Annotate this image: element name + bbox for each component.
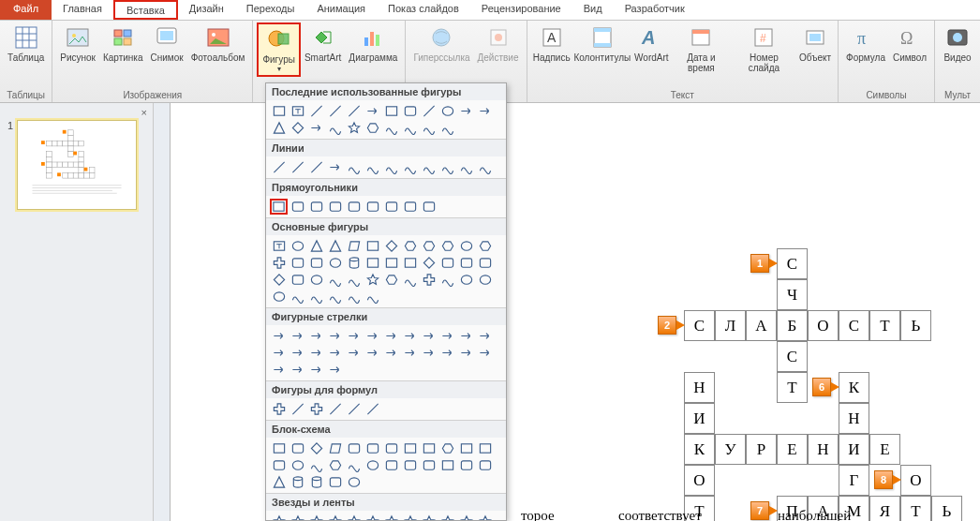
shape-option[interactable] bbox=[289, 401, 306, 417]
shape-option[interactable] bbox=[270, 103, 288, 119]
btn-clipart[interactable]: Картинка bbox=[99, 22, 147, 65]
shape-option[interactable] bbox=[345, 255, 363, 271]
shape-option[interactable] bbox=[401, 255, 419, 271]
shape-option[interactable] bbox=[457, 457, 475, 473]
shape-option[interactable] bbox=[270, 199, 288, 215]
shape-option[interactable] bbox=[382, 328, 400, 344]
shape-option[interactable] bbox=[438, 440, 456, 456]
shape-option[interactable] bbox=[345, 440, 363, 456]
shape-option[interactable] bbox=[270, 272, 288, 288]
shape-option[interactable] bbox=[326, 345, 344, 361]
shape-option[interactable] bbox=[326, 120, 344, 136]
shape-option[interactable] bbox=[438, 328, 456, 344]
shape-option[interactable] bbox=[345, 120, 363, 136]
shape-option[interactable] bbox=[345, 328, 363, 344]
btn-hyperlink[interactable]: Гиперссылка bbox=[409, 22, 473, 65]
btn-datetime[interactable]: Дата и время bbox=[671, 22, 732, 75]
tab-developer[interactable]: Разработчик bbox=[614, 0, 696, 20]
shape-option[interactable] bbox=[270, 345, 288, 361]
shape-option[interactable] bbox=[438, 238, 456, 254]
shape-option[interactable] bbox=[457, 103, 475, 119]
shape-option[interactable] bbox=[289, 440, 306, 456]
shape-option[interactable] bbox=[382, 103, 400, 119]
shape-option[interactable] bbox=[345, 345, 363, 361]
shape-option[interactable] bbox=[401, 328, 419, 344]
shape-option[interactable] bbox=[420, 514, 438, 521]
shape-option[interactable] bbox=[401, 199, 419, 215]
shape-option[interactable] bbox=[476, 440, 494, 456]
shape-option[interactable] bbox=[270, 255, 288, 271]
shape-option[interactable] bbox=[270, 401, 288, 417]
shape-option[interactable] bbox=[476, 272, 494, 288]
shape-option[interactable] bbox=[420, 440, 438, 456]
shape-option[interactable] bbox=[364, 328, 381, 344]
shape-option[interactable] bbox=[326, 514, 344, 521]
shape-option[interactable] bbox=[307, 514, 325, 521]
shape-option[interactable] bbox=[326, 159, 344, 175]
shape-option[interactable] bbox=[345, 514, 363, 521]
shape-option[interactable] bbox=[270, 120, 288, 136]
btn-screenshot[interactable]: Снимок bbox=[147, 22, 187, 65]
shape-option[interactable] bbox=[326, 401, 344, 417]
shape-option[interactable] bbox=[364, 440, 381, 456]
shape-option[interactable] bbox=[420, 159, 438, 175]
shape-option[interactable] bbox=[270, 328, 288, 344]
shape-option[interactable] bbox=[270, 440, 288, 456]
shape-option[interactable] bbox=[326, 238, 344, 254]
shape-option[interactable] bbox=[289, 238, 306, 254]
shape-option[interactable] bbox=[307, 440, 325, 456]
shape-option[interactable] bbox=[476, 345, 494, 361]
btn-chart[interactable]: Диаграмма bbox=[345, 22, 401, 65]
shape-option[interactable] bbox=[457, 328, 475, 344]
shape-option[interactable] bbox=[420, 103, 438, 119]
shape-option[interactable] bbox=[326, 272, 344, 288]
shape-option[interactable] bbox=[345, 103, 363, 119]
tab-file[interactable]: Файл bbox=[0, 0, 52, 20]
shape-option[interactable] bbox=[364, 457, 381, 473]
shape-option[interactable] bbox=[307, 103, 325, 119]
shape-option[interactable] bbox=[307, 289, 325, 305]
shape-option[interactable] bbox=[364, 514, 381, 521]
shape-option[interactable] bbox=[364, 272, 381, 288]
shape-option[interactable] bbox=[326, 362, 344, 378]
btn-picture[interactable]: Рисунок bbox=[56, 22, 99, 65]
shape-option[interactable] bbox=[476, 255, 494, 271]
shape-option[interactable] bbox=[270, 474, 288, 490]
shape-option[interactable] bbox=[289, 272, 306, 288]
shape-option[interactable] bbox=[307, 199, 325, 215]
shape-option[interactable] bbox=[438, 120, 456, 136]
shape-option[interactable] bbox=[326, 328, 344, 344]
shape-option[interactable] bbox=[326, 103, 344, 119]
shape-option[interactable] bbox=[307, 159, 325, 175]
shape-option[interactable] bbox=[307, 401, 325, 417]
shape-option[interactable] bbox=[420, 457, 438, 473]
tab-review[interactable]: Рецензирование bbox=[470, 0, 572, 20]
shape-option[interactable] bbox=[364, 159, 381, 175]
btn-slidenum[interactable]: #Номер слайда bbox=[732, 22, 796, 75]
tab-view[interactable]: Вид bbox=[572, 0, 614, 20]
shape-option[interactable] bbox=[289, 103, 306, 119]
shape-option[interactable] bbox=[307, 238, 325, 254]
shape-option[interactable] bbox=[401, 120, 419, 136]
shape-option[interactable] bbox=[438, 255, 456, 271]
btn-shapes[interactable]: Фигуры▾ bbox=[257, 22, 300, 77]
shape-option[interactable] bbox=[476, 457, 494, 473]
shape-option[interactable] bbox=[345, 238, 363, 254]
btn-wordart[interactable]: AWordArt bbox=[632, 22, 671, 65]
shape-option[interactable] bbox=[438, 272, 456, 288]
shape-option[interactable] bbox=[382, 238, 400, 254]
shape-option[interactable] bbox=[476, 514, 494, 521]
shape-option[interactable] bbox=[457, 345, 475, 361]
shape-option[interactable] bbox=[289, 474, 306, 490]
shape-option[interactable] bbox=[382, 345, 400, 361]
shape-option[interactable] bbox=[307, 120, 325, 136]
shape-option[interactable] bbox=[289, 289, 306, 305]
shape-option[interactable] bbox=[382, 272, 400, 288]
btn-table[interactable]: Таблица bbox=[4, 22, 48, 65]
shape-option[interactable] bbox=[457, 272, 475, 288]
shape-option[interactable] bbox=[326, 474, 344, 490]
shape-option[interactable] bbox=[270, 457, 288, 473]
btn-action[interactable]: Действие bbox=[474, 22, 523, 65]
shape-option[interactable] bbox=[326, 289, 344, 305]
shape-option[interactable] bbox=[457, 514, 475, 521]
